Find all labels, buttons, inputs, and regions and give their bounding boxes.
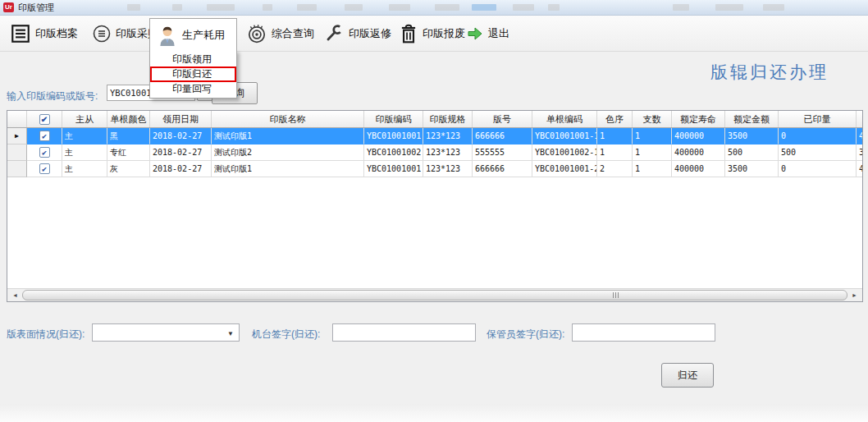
header-cell-date[interactable]: 领用日期 [150, 111, 212, 127]
machine-sign-input[interactable] [332, 323, 476, 342]
table-cell-color_seq: 1 [597, 128, 633, 144]
keeper-sign-label: 保管员签字(归还): [487, 328, 564, 342]
table-cell-master: 主 [62, 144, 107, 161]
row-checkbox-cell: ✔ [27, 144, 62, 161]
toolbar-item-plate-scrap[interactable]: 印版报废 [399, 16, 465, 51]
production-use-menu: 印版领用 印版归还 印量回写 [149, 50, 237, 99]
header-cell-name[interactable]: 印版名称 [212, 111, 364, 127]
header-cell-clipped[interactable] [857, 111, 863, 127]
table-cell-date: 2018-02-27 [150, 161, 212, 177]
header-cell-color_seq[interactable]: 色序 [597, 111, 633, 127]
table-cell-master: 主 [62, 161, 107, 177]
repair-wrench-icon [323, 23, 345, 44]
titlebar-artifact [715, 4, 743, 11]
header-cell-code[interactable]: 印版编码 [364, 111, 423, 127]
table-cell-color: 专红 [107, 144, 150, 161]
titlebar-artifact [345, 4, 363, 11]
purchase-inbound-icon [92, 24, 112, 44]
return-button[interactable]: 归还 [661, 363, 714, 388]
table-cell-color_seq: 1 [597, 144, 633, 161]
row-selector[interactable] [7, 144, 27, 161]
toolbar-item-exit[interactable]: 退出 [466, 16, 509, 51]
header-cell-master[interactable]: 主从 [62, 111, 107, 127]
table-cell-printed: 0 [779, 161, 857, 177]
table-cell-rated_life: 400000 [672, 161, 725, 177]
table-cell-plate_no: 555555 [473, 144, 532, 161]
row-checkbox-cell: ✔ [27, 128, 62, 144]
grid-body: ▶✔主黑2018-02-27测试印版1YBC01001001123*123666… [7, 128, 862, 177]
chevron-down-icon: ▼ [227, 330, 234, 337]
titlebar-artifact [389, 4, 410, 11]
titlebar-artifact [207, 4, 235, 11]
toolbar-item-combined-query[interactable]: 综合查询 [246, 16, 314, 51]
toolbar-item-production-use[interactable]: 生产耗用 [149, 18, 237, 51]
header-cell-printed[interactable]: 已印量 [779, 111, 857, 127]
row-checkbox-cell: ✔ [27, 161, 62, 177]
titlebar-artifact [263, 4, 272, 11]
toolbar-item-label: 生产耗用 [182, 28, 225, 43]
table-cell-unit_code: YBC01001001-2 [532, 161, 597, 177]
table-cell-printed: 500 [779, 144, 857, 161]
table-cell-color: 黑 [107, 128, 150, 144]
horizontal-scrollbar[interactable]: ◄ ► [7, 288, 862, 301]
table-cell-code: YBC01001001 [364, 161, 423, 177]
keeper-sign-input[interactable] [572, 323, 715, 342]
toolbar-item-label: 退出 [488, 26, 509, 41]
header-cell-unit_code[interactable]: 单根编码 [532, 111, 597, 127]
header-cell-check[interactable]: ✔ [27, 111, 62, 127]
toolbar-item-plate-repair[interactable]: 印版返修 [323, 16, 391, 51]
header-cell-pieces[interactable]: 支数 [633, 111, 672, 127]
checkbox-icon[interactable]: ✔ [39, 147, 50, 158]
titlebar-artifact [297, 4, 317, 11]
surface-condition-label: 版表面情况(归还): [7, 328, 85, 342]
query-label: 输入印版编码或版号: [7, 89, 98, 103]
table-cell-code: YBC01001002 [364, 144, 423, 161]
page-title: 版辊归还办理 [710, 61, 829, 84]
row-selector[interactable]: ▶ [7, 128, 27, 144]
table-cell-name: 测试印版2 [212, 144, 364, 161]
table-cell-rated_life: 400000 [672, 144, 725, 161]
scroll-left-icon[interactable]: ◄ [9, 290, 21, 300]
titlebar-artifact [763, 4, 784, 11]
header-cell-color[interactable]: 单根颜色 [107, 111, 150, 127]
menu-item-plate-issue[interactable]: 印版领用 [150, 53, 236, 67]
table-row[interactable]: ▶✔主黑2018-02-27测试印版1YBC01001001123*123666… [7, 128, 862, 144]
table-row[interactable]: ✔主灰2018-02-27测试印版1YBC01001001123*1236666… [7, 161, 862, 177]
scrap-trash-icon [399, 23, 418, 44]
plate-grid: ✔主从单根颜色领用日期印版名称印版编码印版规格版号单根编码色序支数额定寿命额定金… [7, 110, 863, 302]
checkbox-icon[interactable]: ✔ [39, 131, 50, 141]
table-cell-unit_code: YBC01001001-1 [532, 128, 597, 144]
table-cell-color_seq: 2 [597, 161, 633, 177]
table-cell-color: 灰 [107, 161, 150, 177]
toolbar-item-plate-archive[interactable]: 印版档案 [10, 16, 78, 51]
machine-sign-label: 机台签字(归还): [252, 328, 320, 342]
table-cell-spec: 123*123 [423, 128, 473, 144]
table-cell-name: 测试印版1 [212, 128, 364, 144]
header-cell-rowheader[interactable] [7, 111, 27, 127]
table-cell-plate_no: 666666 [473, 161, 532, 177]
titlebar-artifact [472, 4, 496, 11]
menu-item-print-writeback[interactable]: 印量回写 [150, 82, 236, 96]
scroll-right-icon[interactable]: ► [848, 290, 861, 300]
header-cell-plate_no[interactable]: 版号 [473, 111, 532, 127]
plate-archive-icon [10, 23, 31, 44]
surface-condition-combobox[interactable]: ▼ [92, 323, 240, 342]
view-eye-icon [246, 23, 267, 44]
checkbox-icon[interactable]: ✔ [39, 163, 50, 174]
titlebar-artifact [172, 4, 182, 11]
header-cell-rated_amount[interactable]: 额定金额 [725, 111, 779, 127]
header-cell-spec[interactable]: 印版规格 [423, 111, 473, 127]
app-logo-icon: Ur [3, 2, 14, 12]
scrollbar-thumb[interactable] [22, 290, 847, 300]
table-cell-pieces: 1 [633, 128, 672, 144]
table-cell-clipped: 3 [857, 144, 863, 161]
toolbar-item-label: 综合查询 [272, 26, 314, 41]
checkbox-icon[interactable]: ✔ [39, 114, 50, 125]
row-selector[interactable] [7, 161, 27, 177]
table-row[interactable]: ✔主专红2018-02-27测试印版2YBC01001002123*123555… [7, 144, 862, 161]
table-cell-plate_no: 666666 [473, 128, 532, 144]
toolbar: 印版档案 印版采购入库 生产耗用 综合查询 印版返修 [0, 16, 868, 52]
menu-item-plate-return[interactable]: 印版归还 [150, 67, 236, 82]
toolbar-item-label: 印版报废 [423, 26, 465, 41]
header-cell-rated_life[interactable]: 额定寿命 [672, 111, 725, 127]
